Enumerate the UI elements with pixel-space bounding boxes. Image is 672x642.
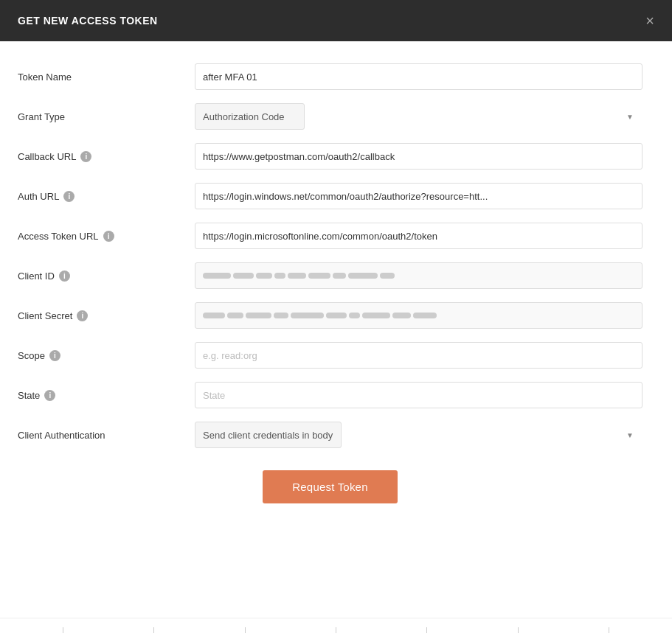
access-token-url-info-icon: i (103, 231, 114, 242)
auth-url-info-icon: i (63, 191, 75, 202)
close-button[interactable]: × (645, 13, 654, 28)
get-access-token-modal: GET NEW ACCESS TOKEN × Token Name Grant … (0, 0, 672, 642)
footer-tick-2 (153, 627, 154, 633)
access-token-url-label: Access Token URL i (18, 231, 195, 242)
access-token-url-row: Access Token URL i (18, 223, 642, 249)
grant-type-select-wrapper: Authorization Code Implicit Password Cre… (195, 103, 642, 130)
footer-tick-3 (245, 627, 246, 633)
modal-title: GET NEW ACCESS TOKEN (18, 15, 158, 27)
state-row: State i (18, 382, 642, 408)
client-secret-row: Client Secret i (18, 302, 642, 329)
auth-url-input[interactable] (195, 183, 642, 209)
client-id-blur (203, 273, 395, 279)
client-auth-select-wrapper: Send client credentials in body Send as … (195, 422, 642, 448)
footer-tick-7 (609, 627, 609, 633)
footer-tick-4 (336, 627, 336, 633)
access-token-url-input[interactable] (195, 223, 642, 249)
grant-type-select[interactable]: Authorization Code Implicit Password Cre… (195, 103, 305, 130)
grant-type-row: Grant Type Authorization Code Implicit P… (18, 103, 642, 130)
client-id-label: Client ID i (18, 271, 195, 282)
footer-tick-1 (63, 627, 63, 633)
state-input[interactable] (195, 382, 642, 408)
callback-url-row: Callback URL i (18, 143, 642, 170)
grant-type-label: Grant Type (18, 111, 195, 122)
client-secret-blur (203, 313, 437, 318)
state-label: State i (18, 390, 195, 401)
client-secret-info-icon: i (77, 310, 88, 321)
scope-label: Scope i (18, 350, 195, 361)
callback-url-input[interactable] (195, 143, 642, 170)
client-id-input[interactable] (195, 262, 642, 289)
client-secret-input[interactable] (195, 302, 642, 329)
footer-tick-6 (518, 627, 519, 633)
modal-header: GET NEW ACCESS TOKEN × (0, 0, 672, 41)
modal-body: Token Name Grant Type Authorization Code… (0, 41, 672, 618)
token-name-input[interactable] (195, 63, 642, 90)
footer-tick-5 (426, 627, 427, 633)
modal-footer (0, 618, 672, 642)
scope-row: Scope i (18, 342, 642, 369)
request-token-button[interactable]: Request Token (263, 470, 397, 503)
token-name-label: Token Name (18, 71, 195, 83)
client-id-info-icon: i (59, 271, 70, 282)
client-auth-row: Client Authentication Send client creden… (18, 422, 642, 448)
callback-url-label: Callback URL i (18, 151, 195, 162)
client-auth-select[interactable]: Send client credentials in body Send as … (195, 422, 342, 448)
auth-url-row: Auth URL i (18, 183, 642, 209)
client-secret-label: Client Secret i (18, 310, 195, 321)
scope-input[interactable] (195, 342, 642, 369)
callback-url-info-icon: i (80, 151, 91, 162)
scope-info-icon: i (49, 350, 60, 361)
client-id-row: Client ID i (18, 262, 642, 289)
token-name-row: Token Name (18, 63, 642, 90)
client-auth-label: Client Authentication (18, 430, 195, 441)
state-info-icon: i (44, 390, 55, 401)
auth-url-label: Auth URL i (18, 191, 195, 202)
